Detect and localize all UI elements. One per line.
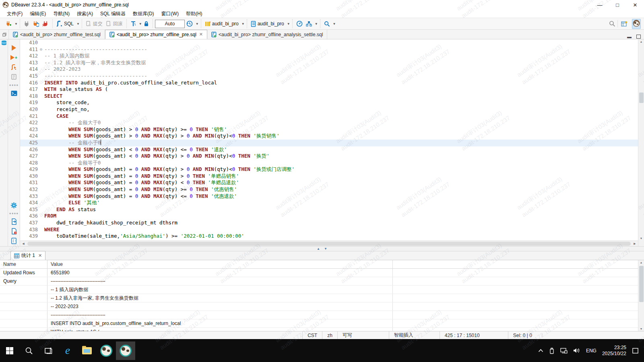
autocommit-mode-select[interactable]: Auto	[155, 20, 185, 28]
taskbar-clock[interactable]: 23:25 2025/10/22	[602, 345, 626, 357]
dbeaver-account-button[interactable]	[632, 19, 641, 29]
quick-access-search-button[interactable]	[608, 20, 617, 28]
status-write-mode[interactable]: 可写	[337, 331, 389, 339]
new-connection-button[interactable]	[4, 20, 13, 28]
editor-tab-1[interactable]: <audit_bi_pro> zhumr_offline_pre.sql✕	[105, 30, 207, 39]
code-line-433[interactable]: 433 WHEN SUM(goods_amt) = 0 AND MAX(qty)…	[20, 193, 638, 200]
status-timezone[interactable]: CST	[302, 331, 322, 339]
action-center-icon[interactable]	[632, 348, 639, 354]
code-line-439[interactable]: 439 toDateTime(sale_time,'Asia/Shanghai'…	[20, 233, 638, 240]
code-line-435[interactable]: 435 END AS status	[20, 206, 638, 213]
code-line-437[interactable]: 437 dwd_trade_hkaudit_shop_receipt_mt dt…	[20, 220, 638, 226]
minimize-editor-icon[interactable]: ▬	[627, 34, 632, 39]
file-explorer-button[interactable]	[77, 341, 97, 360]
statistics-row-6[interactable]: INSERT INTO audit_bi_pro.custom_offline_…	[0, 319, 638, 328]
autocommit-lock-button[interactable]	[142, 20, 150, 28]
scroll-right-icon[interactable]: ▶	[632, 242, 638, 245]
scroll-left-icon[interactable]: ◀	[20, 242, 27, 245]
code-line-438[interactable]: 438WHERE	[20, 226, 638, 233]
results-vertical-scrollbar[interactable]: ▲ ▼	[638, 260, 644, 331]
commit-mode-button[interactable]	[305, 20, 313, 28]
toolbar-grip-2[interactable]: ●●●●	[9, 212, 19, 215]
commit-mode-dropdown-arrow[interactable]: ▼	[315, 22, 318, 26]
network-icon[interactable]	[560, 348, 568, 354]
code-line-417[interactable]: 417WITH sale_status AS (	[20, 86, 638, 93]
active-connection-button[interactable]: audit_bi_pro	[204, 20, 240, 28]
editor-tab-0[interactable]: <audit_bi_pro> zhumr_offline_test.sql	[9, 30, 105, 39]
taskbar-search-button[interactable]	[19, 341, 39, 360]
execute-script-button[interactable]	[8, 63, 20, 72]
start-button[interactable]	[0, 341, 19, 360]
connection-dropdown-arrow[interactable]: ▼	[14, 22, 18, 26]
scroll-down-icon[interactable]: ▼	[638, 237, 644, 240]
close-statistics-tab-icon[interactable]: ✕	[38, 253, 42, 258]
column-header-value[interactable]: Value	[47, 260, 393, 268]
statistics-row-3[interactable]: -- 1.2 插入非海一家, 非男生女生换货数据	[0, 294, 638, 302]
menu-item-6[interactable]: 窗口(W)	[158, 10, 182, 18]
explain-plan-button[interactable]	[8, 72, 20, 81]
code-line-428[interactable]: 428 -- 金额等于0	[20, 160, 638, 167]
toolbar-search-button[interactable]	[323, 20, 331, 28]
code-line-412[interactable]: 412-- 1 插入国内数据	[20, 53, 638, 60]
tray-chevron-up-icon[interactable]	[538, 349, 543, 352]
rollback-button[interactable]: 回滚	[105, 20, 124, 28]
execute-new-tab-button[interactable]: +	[8, 53, 20, 62]
active-connection-dropdown-arrow[interactable]: ▼	[242, 22, 245, 26]
code-line-418[interactable]: 418SELECT	[20, 93, 638, 100]
execute-statement-button[interactable]	[8, 43, 20, 52]
editor-tab-overflow[interactable]	[0, 30, 9, 39]
code-line-416[interactable]: 416INSERT INTO audit_bi_pro.custom_offli…	[20, 80, 638, 86]
code-line-423[interactable]: 423 WHEN SUM(goods_amt) > 0 AND MIN(qty)…	[20, 126, 638, 133]
results-scroll-thumb[interactable]	[639, 266, 644, 302]
active-schema-dropdown-arrow[interactable]: ▼	[287, 22, 290, 26]
minimize-window-button[interactable]: —	[591, 0, 609, 10]
menu-item-4[interactable]: SQL 编辑器	[97, 10, 129, 18]
results-scroll-up-icon[interactable]: ▲	[638, 261, 644, 264]
volume-icon[interactable]	[573, 348, 580, 354]
history-dropdown-arrow[interactable]: ▼	[196, 22, 199, 26]
input-language-button[interactable]: ENG	[586, 348, 597, 354]
dbeaver-taskbar-button[interactable]	[97, 341, 116, 360]
code-line-414[interactable]: 414-- 2022-2023	[20, 66, 638, 73]
maximize-editor-icon[interactable]	[636, 35, 641, 39]
code-line-420[interactable]: 420 receipt_no,	[20, 106, 638, 113]
dbeaver-taskbar-button-active[interactable]	[116, 341, 135, 360]
code-line-422[interactable]: 422 -- 金额大于0	[20, 119, 638, 126]
maximize-window-button[interactable]: □	[609, 0, 626, 10]
internet-explorer-button[interactable]: e	[58, 341, 77, 360]
open-console-button[interactable]	[8, 89, 20, 98]
code-line-424[interactable]: 424 WHEN SUM(goods_amt) > 0 AND MAX(qty)…	[20, 133, 638, 140]
sash-collapse-down-icon[interactable]: ▼	[324, 247, 327, 251]
code-view[interactable]: 410411⊖---------------------------------…	[20, 39, 638, 241]
menu-item-1[interactable]: 编辑(E)	[26, 10, 50, 18]
code-line-410[interactable]: 410	[20, 39, 638, 46]
toolbar-grip[interactable]: ●●●●	[9, 83, 19, 87]
export-result-button[interactable]	[8, 217, 20, 226]
code-line-426[interactable]: 426 WHEN SUM(goods_amt) < 0 AND MAX(qty)…	[20, 146, 638, 153]
active-schema-button[interactable]: audit_bi_pro	[250, 20, 285, 28]
menu-item-5[interactable]: 数据库(D)	[129, 10, 158, 18]
code-line-421[interactable]: 421 CASE	[20, 113, 638, 120]
statistics-row-1[interactable]: Query----------------------------------	[0, 277, 638, 286]
code-line-419[interactable]: 419 store_code,	[20, 99, 638, 106]
code-line-436[interactable]: 436FROM	[20, 213, 638, 220]
transaction-dropdown-arrow[interactable]: ▼	[139, 22, 142, 26]
statistics-row-2[interactable]: -- 1 插入国内数据	[0, 286, 638, 294]
menu-item-2[interactable]: 导航(N)	[50, 10, 73, 18]
code-line-434[interactable]: 434 ELSE '其他'	[20, 200, 638, 206]
status-insert-mode[interactable]: 智能插入	[389, 331, 440, 339]
status-language[interactable]: zh	[322, 331, 337, 339]
menu-item-7[interactable]: 帮助(H)	[182, 10, 206, 18]
code-line-411[interactable]: 411⊖----------------------------------	[20, 46, 638, 53]
format-script-button[interactable]: {·}	[8, 237, 20, 245]
statistics-row-4[interactable]: -- 2022-2023	[0, 302, 638, 311]
editor-vertical-scrollbar[interactable]: ▲ ▼	[638, 39, 644, 246]
sql-editor-dropdown-arrow[interactable]: ▼	[76, 22, 80, 26]
database-navigator-icon[interactable]	[1, 40, 7, 46]
results-scroll-down-icon[interactable]: ▼	[638, 327, 644, 330]
statistics-row-7[interactable]: WITH sale_status AS (	[0, 328, 638, 331]
status-selection[interactable]: Sel: 0 | 0	[508, 331, 537, 339]
transaction-log-button[interactable]	[129, 20, 137, 28]
editor-horizontal-scrollbar[interactable]: ◀ ▶	[20, 241, 638, 246]
sash-collapse-up-icon[interactable]: ▲	[317, 247, 320, 251]
